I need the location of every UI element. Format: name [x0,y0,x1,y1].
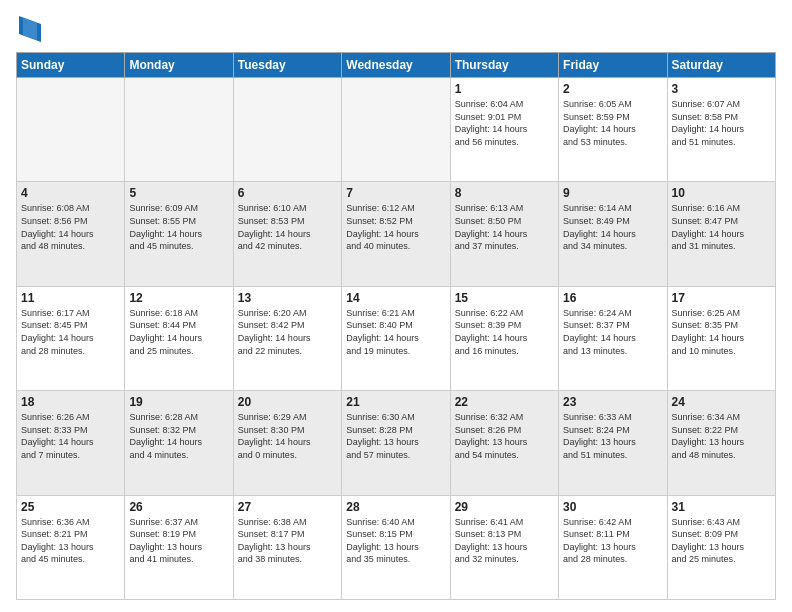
day-cell-17: 17Sunrise: 6:25 AM Sunset: 8:35 PM Dayli… [667,286,775,390]
day-cell-8: 8Sunrise: 6:13 AM Sunset: 8:50 PM Daylig… [450,182,558,286]
day-cell-24: 24Sunrise: 6:34 AM Sunset: 8:22 PM Dayli… [667,391,775,495]
day-number: 16 [563,291,662,305]
week-row-1: 1Sunrise: 6:04 AM Sunset: 9:01 PM Daylig… [17,78,776,182]
day-info: Sunrise: 6:24 AM Sunset: 8:37 PM Dayligh… [563,307,662,357]
day-info: Sunrise: 6:09 AM Sunset: 8:55 PM Dayligh… [129,202,228,252]
empty-cell [342,78,450,182]
col-header-sunday: Sunday [17,53,125,78]
day-cell-3: 3Sunrise: 6:07 AM Sunset: 8:58 PM Daylig… [667,78,775,182]
week-row-5: 25Sunrise: 6:36 AM Sunset: 8:21 PM Dayli… [17,495,776,599]
day-info: Sunrise: 6:07 AM Sunset: 8:58 PM Dayligh… [672,98,771,148]
header-row: SundayMondayTuesdayWednesdayThursdayFrid… [17,53,776,78]
day-number: 30 [563,500,662,514]
day-number: 1 [455,82,554,96]
day-cell-13: 13Sunrise: 6:20 AM Sunset: 8:42 PM Dayli… [233,286,341,390]
day-info: Sunrise: 6:17 AM Sunset: 8:45 PM Dayligh… [21,307,120,357]
day-number: 6 [238,186,337,200]
day-number: 17 [672,291,771,305]
day-cell-22: 22Sunrise: 6:32 AM Sunset: 8:26 PM Dayli… [450,391,558,495]
day-number: 27 [238,500,337,514]
col-header-friday: Friday [559,53,667,78]
empty-cell [125,78,233,182]
svg-marker-1 [23,18,37,40]
day-cell-6: 6Sunrise: 6:10 AM Sunset: 8:53 PM Daylig… [233,182,341,286]
day-number: 4 [21,186,120,200]
day-info: Sunrise: 6:43 AM Sunset: 8:09 PM Dayligh… [672,516,771,566]
day-cell-30: 30Sunrise: 6:42 AM Sunset: 8:11 PM Dayli… [559,495,667,599]
day-info: Sunrise: 6:29 AM Sunset: 8:30 PM Dayligh… [238,411,337,461]
day-info: Sunrise: 6:20 AM Sunset: 8:42 PM Dayligh… [238,307,337,357]
day-info: Sunrise: 6:33 AM Sunset: 8:24 PM Dayligh… [563,411,662,461]
day-number: 8 [455,186,554,200]
day-cell-1: 1Sunrise: 6:04 AM Sunset: 9:01 PM Daylig… [450,78,558,182]
day-number: 18 [21,395,120,409]
day-info: Sunrise: 6:18 AM Sunset: 8:44 PM Dayligh… [129,307,228,357]
col-header-tuesday: Tuesday [233,53,341,78]
day-number: 10 [672,186,771,200]
day-number: 22 [455,395,554,409]
logo-icon [19,16,41,42]
day-cell-20: 20Sunrise: 6:29 AM Sunset: 8:30 PM Dayli… [233,391,341,495]
col-header-monday: Monday [125,53,233,78]
day-cell-21: 21Sunrise: 6:30 AM Sunset: 8:28 PM Dayli… [342,391,450,495]
day-number: 15 [455,291,554,305]
day-number: 9 [563,186,662,200]
day-cell-31: 31Sunrise: 6:43 AM Sunset: 8:09 PM Dayli… [667,495,775,599]
day-number: 29 [455,500,554,514]
day-cell-18: 18Sunrise: 6:26 AM Sunset: 8:33 PM Dayli… [17,391,125,495]
day-info: Sunrise: 6:10 AM Sunset: 8:53 PM Dayligh… [238,202,337,252]
day-cell-5: 5Sunrise: 6:09 AM Sunset: 8:55 PM Daylig… [125,182,233,286]
day-cell-25: 25Sunrise: 6:36 AM Sunset: 8:21 PM Dayli… [17,495,125,599]
col-header-wednesday: Wednesday [342,53,450,78]
day-info: Sunrise: 6:40 AM Sunset: 8:15 PM Dayligh… [346,516,445,566]
day-cell-14: 14Sunrise: 6:21 AM Sunset: 8:40 PM Dayli… [342,286,450,390]
day-number: 3 [672,82,771,96]
day-cell-12: 12Sunrise: 6:18 AM Sunset: 8:44 PM Dayli… [125,286,233,390]
logo [16,16,41,42]
day-info: Sunrise: 6:42 AM Sunset: 8:11 PM Dayligh… [563,516,662,566]
day-number: 19 [129,395,228,409]
day-cell-10: 10Sunrise: 6:16 AM Sunset: 8:47 PM Dayli… [667,182,775,286]
day-cell-4: 4Sunrise: 6:08 AM Sunset: 8:56 PM Daylig… [17,182,125,286]
day-cell-16: 16Sunrise: 6:24 AM Sunset: 8:37 PM Dayli… [559,286,667,390]
header [16,16,776,42]
day-cell-27: 27Sunrise: 6:38 AM Sunset: 8:17 PM Dayli… [233,495,341,599]
day-number: 2 [563,82,662,96]
day-info: Sunrise: 6:32 AM Sunset: 8:26 PM Dayligh… [455,411,554,461]
calendar-table: SundayMondayTuesdayWednesdayThursdayFrid… [16,52,776,600]
day-number: 26 [129,500,228,514]
day-number: 31 [672,500,771,514]
day-number: 5 [129,186,228,200]
day-info: Sunrise: 6:37 AM Sunset: 8:19 PM Dayligh… [129,516,228,566]
empty-cell [233,78,341,182]
day-number: 11 [21,291,120,305]
day-number: 23 [563,395,662,409]
day-info: Sunrise: 6:41 AM Sunset: 8:13 PM Dayligh… [455,516,554,566]
day-number: 24 [672,395,771,409]
day-info: Sunrise: 6:16 AM Sunset: 8:47 PM Dayligh… [672,202,771,252]
day-info: Sunrise: 6:04 AM Sunset: 9:01 PM Dayligh… [455,98,554,148]
day-number: 21 [346,395,445,409]
day-cell-9: 9Sunrise: 6:14 AM Sunset: 8:49 PM Daylig… [559,182,667,286]
day-info: Sunrise: 6:38 AM Sunset: 8:17 PM Dayligh… [238,516,337,566]
day-number: 12 [129,291,228,305]
week-row-4: 18Sunrise: 6:26 AM Sunset: 8:33 PM Dayli… [17,391,776,495]
day-info: Sunrise: 6:36 AM Sunset: 8:21 PM Dayligh… [21,516,120,566]
day-info: Sunrise: 6:12 AM Sunset: 8:52 PM Dayligh… [346,202,445,252]
page: SundayMondayTuesdayWednesdayThursdayFrid… [0,0,792,612]
day-info: Sunrise: 6:21 AM Sunset: 8:40 PM Dayligh… [346,307,445,357]
day-number: 13 [238,291,337,305]
day-number: 7 [346,186,445,200]
day-info: Sunrise: 6:28 AM Sunset: 8:32 PM Dayligh… [129,411,228,461]
col-header-saturday: Saturday [667,53,775,78]
day-cell-11: 11Sunrise: 6:17 AM Sunset: 8:45 PM Dayli… [17,286,125,390]
day-info: Sunrise: 6:22 AM Sunset: 8:39 PM Dayligh… [455,307,554,357]
day-cell-26: 26Sunrise: 6:37 AM Sunset: 8:19 PM Dayli… [125,495,233,599]
empty-cell [17,78,125,182]
day-cell-23: 23Sunrise: 6:33 AM Sunset: 8:24 PM Dayli… [559,391,667,495]
day-cell-15: 15Sunrise: 6:22 AM Sunset: 8:39 PM Dayli… [450,286,558,390]
col-header-thursday: Thursday [450,53,558,78]
day-info: Sunrise: 6:13 AM Sunset: 8:50 PM Dayligh… [455,202,554,252]
day-number: 28 [346,500,445,514]
day-info: Sunrise: 6:26 AM Sunset: 8:33 PM Dayligh… [21,411,120,461]
